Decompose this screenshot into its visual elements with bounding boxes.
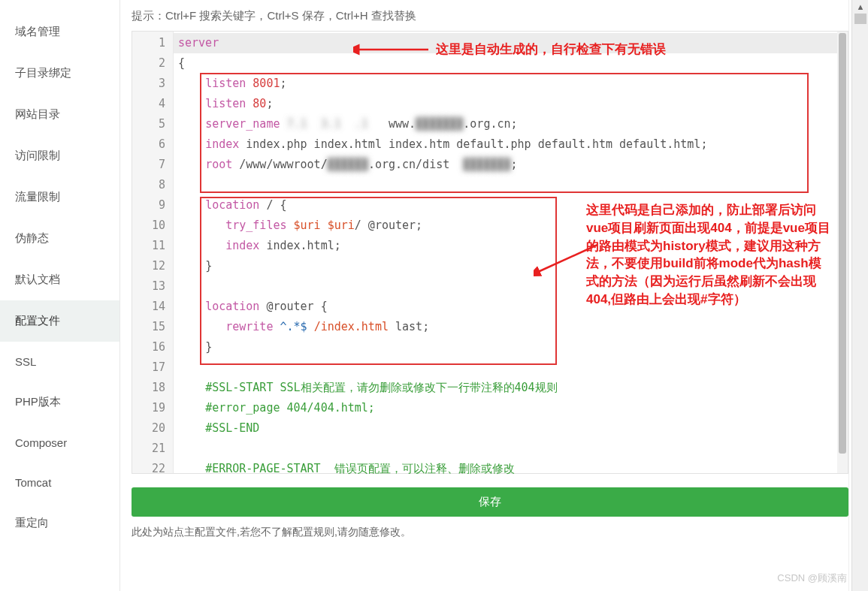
sidebar: 域名管理子目录绑定网站目录访问限制流量限制伪静态默认文档配置文件SSLPHP版本…	[0, 0, 120, 591]
sidebar-item-12[interactable]: 重定向	[0, 502, 119, 544]
sidebar-item-0[interactable]: 域名管理	[0, 11, 119, 53]
hint-text: 提示：Ctrl+F 搜索关键字，Ctrl+S 保存，Ctrl+H 查找替换	[132, 9, 848, 23]
sidebar-item-6[interactable]: 默认文档	[0, 259, 119, 300]
code-content[interactable]: server { listen 8001; listen 80; server_…	[174, 32, 837, 473]
footer-note: 此处为站点主配置文件,若您不了解配置规则,请勿随意修改。	[132, 526, 848, 539]
window-scrollbar[interactable]: ▲	[851, 0, 868, 591]
sidebar-item-11[interactable]: Tomcat	[0, 463, 119, 502]
sidebar-item-10[interactable]: Composer	[0, 423, 119, 463]
sidebar-item-3[interactable]: 访问限制	[0, 135, 119, 176]
sidebar-item-9[interactable]: PHP版本	[0, 381, 119, 423]
editor-scrollbar[interactable]	[837, 32, 848, 473]
sidebar-item-8[interactable]: SSL	[0, 342, 119, 381]
save-button[interactable]: 保存	[132, 487, 848, 517]
watermark: CSDN @顾溪南	[777, 571, 847, 585]
sidebar-item-7[interactable]: 配置文件	[0, 300, 119, 342]
line-gutter: 12345678910111213141516171819202122	[132, 32, 174, 473]
sidebar-item-1[interactable]: 子目录绑定	[0, 53, 119, 94]
code-editor[interactable]: 12345678910111213141516171819202122 serv…	[132, 31, 848, 474]
sidebar-item-4[interactable]: 流量限制	[0, 176, 119, 218]
scroll-up-icon[interactable]: ▲	[852, 0, 868, 14]
scroll-thumb[interactable]	[854, 14, 866, 24]
sidebar-item-5[interactable]: 伪静态	[0, 218, 119, 259]
sidebar-item-2[interactable]: 网站目录	[0, 94, 119, 135]
